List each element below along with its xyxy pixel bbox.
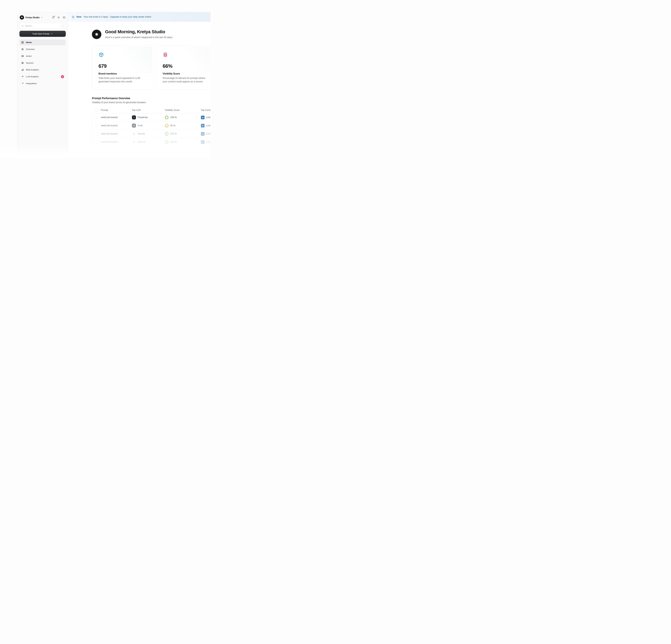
section-title: Prompt Performance Overview (92, 97, 211, 100)
nav-item-label: Action (26, 55, 32, 57)
sidebar-nav-item[interactable]: Overview (20, 46, 66, 52)
nav-item-label: Web Analytics (26, 68, 39, 71)
openai-logo-icon: ❋ (132, 140, 136, 144)
settings-gear-icon[interactable] (57, 16, 60, 19)
channel-name: LinkedIn (206, 116, 211, 119)
plus-icon (51, 33, 53, 35)
workspace-name[interactable]: Kretya Studio (25, 16, 40, 19)
sidebar-nav-item[interactable]: Action (20, 53, 66, 59)
column-header-top-llm[interactable]: Top LLM (132, 109, 165, 112)
sidebar-nav-item[interactable]: LLM Analytics 2 (20, 74, 66, 80)
prompt-table: Prompt Top LLM Visibility Score Top Cont… (92, 107, 211, 146)
perplexity-logo-icon: ✳ (132, 115, 136, 119)
score-ring (165, 124, 168, 127)
dot-pattern (182, 47, 211, 74)
stat-value: 66% (163, 63, 211, 69)
grid-icon (21, 41, 24, 44)
table-body: web3 job boards ✳ Perplexity 100 % in (92, 113, 211, 146)
search-icon (22, 25, 24, 27)
select-all-checkbox[interactable] (95, 109, 98, 112)
llm-name: Perplexity (138, 116, 148, 119)
stat-description: Total times your brand appeared in LLM-g… (99, 76, 145, 83)
plug-icon (21, 82, 24, 85)
row-checkbox[interactable] (96, 124, 98, 127)
table-row[interactable]: web3 job boards ✳ Perplexity 100 % in (92, 113, 211, 121)
notification-dot (54, 16, 55, 17)
grok-logo-icon: ⊘ (132, 124, 136, 128)
section-subtitle: Visibility of your brand across AI-gener… (92, 101, 211, 104)
prompt-cell: web3 job boards (101, 116, 132, 119)
prompt-cell: web3 job boards (101, 124, 132, 127)
workspace-logo[interactable]: ✱ (20, 15, 24, 20)
search-shortcut-key: / (61, 24, 65, 28)
greeting: ✱ Good Morning, Kretya Studio Here’s a q… (92, 29, 211, 39)
column-header-prompt[interactable]: Prompt (101, 109, 132, 112)
channel-name: LinkedIn (206, 132, 211, 135)
clock-history-icon (72, 15, 75, 18)
nav-item-label: LLM Analytics (26, 75, 39, 78)
search-input[interactable]: Search... / (20, 23, 66, 29)
chevron-down-icon[interactable] (41, 16, 43, 18)
column-header-top-content[interactable]: Top Content (201, 109, 211, 112)
trial-banner[interactable]: Note Your trial ends in 3 days - Upgrade… (68, 12, 211, 22)
banner-message: Your trial ends in 3 days - Upgrade to k… (84, 15, 151, 18)
nav-item-label: Integrations (26, 82, 37, 85)
stat-cards: 679 Brand mentions Total times your bran… (92, 46, 211, 90)
track-new-prompt-button[interactable]: Track New Prompt (20, 31, 66, 37)
row-checkbox[interactable] (96, 132, 98, 135)
globe-icon (21, 62, 24, 64)
target-icon (21, 48, 24, 51)
channel-name: LinkedIn (206, 124, 211, 127)
score-value: 100 % (170, 141, 177, 143)
column-header-visibility-score[interactable]: Visibility Score (165, 109, 201, 112)
linkedin-icon: in (201, 140, 204, 144)
asterisk-logo-icon: ✱ (21, 16, 23, 18)
sidebar: ✱ Kretya Studio Search... / Track New Pr… (17, 12, 68, 158)
workspace-header: ✱ Kretya Studio (20, 14, 66, 21)
channel-name: LinkedIn (206, 141, 211, 143)
sidebar-nav-item[interactable]: Home (20, 39, 66, 46)
table-row[interactable]: web3 job boards ❋ OpenAI 100 % in (92, 138, 211, 146)
llm-name: Grok (138, 124, 143, 127)
notifications-bell-icon[interactable] (52, 16, 54, 19)
row-checkbox[interactable] (96, 116, 98, 119)
main-area: Note Your trial ends in 3 days - Upgrade… (68, 12, 211, 158)
collapse-panel-icon[interactable] (63, 16, 65, 19)
track-button-label: Track New Prompt (32, 33, 50, 35)
search-placeholder: Search... (25, 25, 61, 27)
page-title: Good Morning, Kretya Studio (105, 29, 173, 34)
sidebar-nav: Home Overview Action Sources Web Ana (20, 39, 66, 87)
asterisk-logo-icon: ✱ (95, 32, 98, 37)
linkedin-icon: in (201, 116, 204, 119)
score-ring (165, 132, 168, 136)
score-value: 90 % (170, 124, 176, 127)
nav-item-badge: 2 (61, 75, 64, 78)
bar-chart-icon (21, 68, 24, 71)
app-window: ✱ Kretya Studio Search... / Track New Pr… (17, 12, 211, 158)
sparkles-icon (21, 75, 24, 78)
dot-pattern (118, 47, 153, 74)
linkedin-icon: in (201, 124, 204, 127)
gemini-logo-icon: ✦ (132, 132, 136, 136)
banner-tag: Note (76, 15, 81, 18)
sidebar-nav-item[interactable]: Integrations (20, 80, 66, 87)
score-value: 100 % (170, 132, 177, 135)
llm-name: OpenAI (138, 141, 145, 143)
sidebar-nav-item[interactable]: Web Analytics (20, 67, 66, 73)
table-row[interactable]: web3 job boards ✦ Gemini 100 % in (92, 130, 211, 138)
stat-card: 679 Brand mentions Total times your bran… (92, 46, 154, 90)
nav-item-label: Sources (26, 62, 34, 64)
row-checkbox[interactable] (96, 141, 98, 143)
sidebar-nav-item[interactable]: Sources (20, 60, 66, 66)
stat-label: Brand mentions (99, 72, 147, 75)
nav-item-label: Home (26, 41, 32, 43)
table-row[interactable]: web3 job boards ⊘ Grok 90 % in (92, 121, 211, 130)
avatar: ✱ (92, 30, 101, 39)
page-subtitle: Here’s a quick overview of what’s happen… (105, 36, 173, 39)
prompt-performance-section: Prompt Performance Overview Visibility o… (92, 97, 211, 104)
score-ring (165, 116, 168, 119)
score-ring (165, 140, 168, 144)
stat-description: Percentage of relevant AI prompts where … (163, 76, 210, 83)
score-value: 100 % (170, 116, 177, 119)
table-header: Prompt Top LLM Visibility Score Top Cont… (92, 107, 211, 113)
